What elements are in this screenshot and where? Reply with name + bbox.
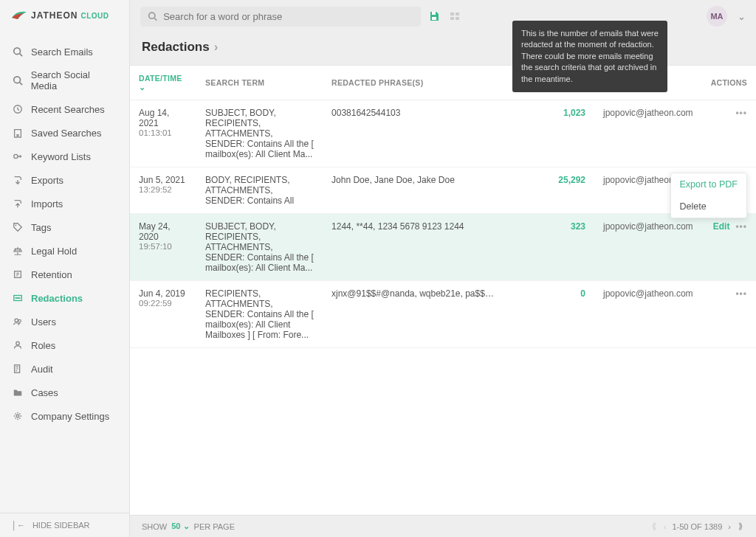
page-first[interactable]: ⟪: [650, 522, 658, 531]
page-last[interactable]: ⟫: [737, 522, 744, 531]
redacted-emails-tooltip: This is the number of emails that were r…: [512, 21, 667, 92]
col-datetime[interactable]: DATE/TIME ⌄: [130, 66, 196, 100]
svg-rect-19: [450, 13, 454, 15]
table-row[interactable]: Aug 14, 202101:13:01 SUBJECT, BODY, RECI…: [130, 100, 756, 167]
page-prev[interactable]: ‹: [662, 522, 668, 531]
svg-rect-20: [456, 13, 459, 15]
page-range: 1-50 OF 1389: [672, 522, 722, 531]
sidebar-item-keyword-lists[interactable]: Keyword Lists: [0, 145, 129, 168]
col-actions: ACTIONS: [702, 66, 756, 100]
sidebar-item-users[interactable]: Users: [0, 310, 129, 333]
svg-rect-18: [432, 17, 436, 20]
row-actions-menu[interactable]: •••: [735, 288, 747, 299]
sidebar-item-roles[interactable]: Roles: [0, 333, 129, 357]
collapse-icon: │←: [12, 521, 25, 530]
sort-down-icon: ⌄: [139, 83, 145, 91]
svg-point-0: [14, 48, 21, 55]
export-pdf-button[interactable]: Export to PDF: [671, 173, 747, 195]
hide-sidebar-button[interactable]: │← HIDE SIDEBAR: [0, 513, 129, 537]
redactions-table: DATE/TIME ⌄ SEARCH TERM REDACTED PHRASE(…: [130, 66, 756, 348]
col-redacted-phrases[interactable]: REDACTED PHRASE(S): [323, 66, 507, 100]
social-icon: [12, 75, 24, 86]
hide-sidebar-label: HIDE SIDEBAR: [32, 521, 90, 530]
svg-line-1: [20, 54, 23, 57]
main-content: MA ⌄ This is the number of emails that w…: [130, 0, 756, 537]
svg-rect-17: [432, 12, 436, 15]
page-size-select[interactable]: 50 ⌄: [171, 522, 189, 531]
sidebar-item-imports[interactable]: Imports: [0, 192, 129, 215]
sidebar-item-exports[interactable]: Exports: [0, 168, 129, 192]
secondary-action-icon[interactable]: [449, 10, 461, 22]
row-actions-menu[interactable]: •••: [735, 108, 747, 118]
brand-suffix: CLOUD: [80, 12, 109, 20]
chevron-down-icon[interactable]: ⌄: [738, 11, 746, 22]
sidebar-item-redactions[interactable]: Redactions: [0, 286, 129, 310]
svg-rect-22: [456, 17, 459, 20]
logo-wing-icon: [10, 9, 28, 22]
key-icon: [12, 150, 24, 162]
svg-rect-21: [450, 17, 454, 20]
roles-icon: [12, 339, 24, 351]
bookmark-icon: [12, 127, 24, 139]
sidebar-item-label: Company Settings: [31, 411, 109, 422]
sidebar-item-label: Legal Hold: [31, 246, 77, 257]
search-icon: [12, 46, 24, 58]
sidebar-item-label: Redactions: [31, 293, 83, 304]
topbar-actions: [428, 10, 461, 22]
sidebar-item-cases[interactable]: Cases: [0, 381, 129, 404]
table-container: DATE/TIME ⌄ SEARCH TERM REDACTED PHRASE(…: [130, 65, 756, 515]
row-actions-dropdown: Export to PDF Delete: [670, 173, 748, 218]
svg-point-5: [14, 154, 18, 158]
edit-button[interactable]: Edit: [713, 221, 730, 232]
sidebar-item-saved-searches[interactable]: Saved Searches: [0, 121, 129, 145]
sidebar-item-label: Cases: [31, 387, 58, 398]
sidebar-item-label: Search Social Media: [31, 69, 117, 91]
sidebar-item-label: Keyword Lists: [31, 151, 91, 162]
table-footer: SHOW 50 ⌄ PER PAGE ⟪ ‹ 1-50 OF 1389 › ⟫: [130, 515, 756, 537]
users-icon: [12, 316, 24, 328]
row-actions-menu[interactable]: •••: [735, 221, 747, 232]
tag-icon: [12, 221, 24, 233]
svg-point-12: [16, 342, 19, 344]
sidebar-item-label: Exports: [31, 175, 63, 186]
search-input[interactable]: [163, 11, 413, 22]
redaction-icon: [12, 292, 24, 304]
sidebar-item-tags[interactable]: Tags: [0, 215, 129, 239]
col-search-term[interactable]: SEARCH TERM: [196, 66, 323, 100]
sidebar-item-label: Users: [31, 316, 56, 328]
svg-point-6: [16, 225, 17, 226]
svg-rect-9: [16, 297, 21, 299]
sidebar-item-recent-searches[interactable]: Recent Searches: [0, 97, 129, 121]
sidebar-nav: Search Emails Search Social Media Recent…: [0, 31, 129, 513]
retention-icon: [12, 268, 24, 280]
search-input-container[interactable]: [140, 7, 421, 27]
scale-icon: [12, 245, 24, 257]
sidebar-item-label: Audit: [31, 364, 53, 375]
clock-icon: [12, 103, 24, 115]
table-row[interactable]: May 24, 202019:57:10 SUBJECT, BODY, RECI…: [130, 214, 756, 281]
export-icon: [12, 174, 24, 186]
svg-point-10: [15, 319, 18, 322]
table-row[interactable]: Jun 4, 201909:22:59 RECIPIENTS, ATTACHME…: [130, 281, 756, 348]
user-avatar[interactable]: MA: [707, 6, 727, 27]
sidebar-item-label: Imports: [31, 198, 63, 209]
sidebar-item-label: Search Emails: [31, 46, 93, 58]
sidebar-item-label: Retention: [31, 269, 72, 280]
sidebar-item-search-emails[interactable]: Search Emails: [0, 40, 129, 63]
folder-icon: [12, 387, 24, 398]
sidebar-item-legal-hold[interactable]: Legal Hold: [0, 239, 129, 263]
brand-name: JATHEON: [31, 10, 78, 21]
delete-button[interactable]: Delete: [671, 195, 747, 218]
chevron-right-icon: ›: [214, 40, 219, 55]
sidebar-item-label: Roles: [31, 340, 55, 351]
save-search-icon[interactable]: [428, 10, 440, 22]
brand-logo: JATHEON CLOUD: [0, 0, 129, 31]
sidebar-item-retention[interactable]: Retention: [0, 263, 129, 286]
sidebar-item-search-social-media[interactable]: Search Social Media: [0, 63, 129, 97]
page-next[interactable]: ›: [726, 522, 732, 531]
sidebar-item-label: Saved Searches: [31, 128, 101, 139]
sidebar-item-company-settings[interactable]: Company Settings: [0, 404, 129, 428]
sidebar-item-audit[interactable]: Audit: [0, 357, 129, 381]
table-row[interactable]: Jun 5, 202113:29:52 BODY, RECIPIENTS, AT…: [130, 167, 756, 214]
audit-icon: [12, 363, 24, 375]
